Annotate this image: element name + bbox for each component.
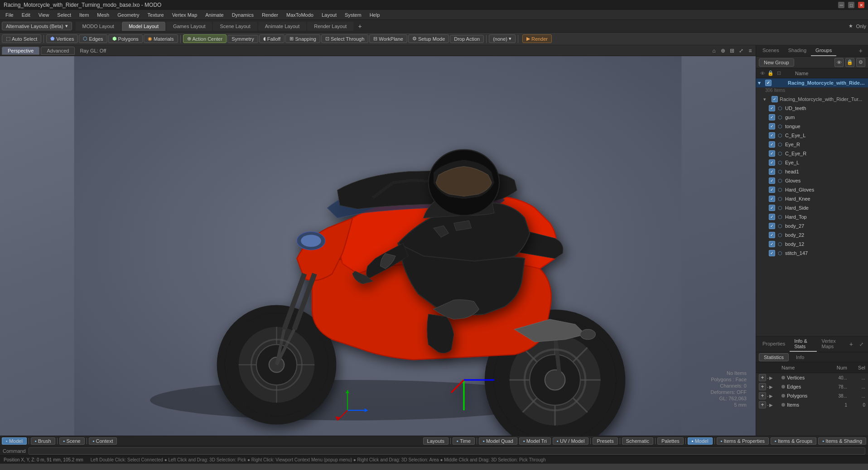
group-item-head1[interactable]: ⬡ head1: [756, 167, 868, 176]
menu-animate[interactable]: Animate: [202, 11, 227, 19]
info-sub-tab[interactable]: Info: [791, 354, 809, 361]
viewport-maximize-icon[interactable]: ⤢: [738, 47, 745, 54]
viewport-options-icon[interactable]: ≡: [747, 47, 754, 54]
menu-select[interactable]: Select: [53, 11, 75, 19]
right-tab-add-button[interactable]: +: [855, 45, 866, 56]
groups-settings-button[interactable]: ⚙: [856, 58, 865, 67]
menu-dynamics[interactable]: Dynamics: [228, 11, 257, 19]
layout-add-button[interactable]: +: [354, 22, 365, 31]
item-vis-ud-teeth[interactable]: [769, 105, 775, 111]
stats-minus-polygons[interactable]: -: [767, 393, 768, 398]
layout-tab-animate[interactable]: Animate Layout: [258, 22, 306, 31]
none-dropdown[interactable]: (none) ▾: [489, 34, 516, 43]
btb-items-shading-button[interactable]: ▪ Items & Shading: [818, 437, 866, 445]
menu-maxtomodo[interactable]: MaxToModo: [283, 11, 317, 19]
btb-scene-button[interactable]: ▪ Scene: [59, 437, 85, 445]
symmetry-button[interactable]: Symmetry: [227, 35, 258, 43]
groups-list[interactable]: ▾ Racing_Motorcycle_with_Rider_... 306 I…: [756, 78, 868, 336]
select-through-button[interactable]: ⊡ Select Through: [321, 34, 368, 43]
group-item-tongue[interactable]: ⬡ tongue: [756, 122, 868, 131]
bottom-tab-add-button[interactable]: +: [846, 339, 857, 350]
viewport-zoom-icon[interactable]: ⊞: [728, 47, 736, 54]
btb-model-button[interactable]: ▪ Model: [2, 437, 27, 445]
item-vis-gloves[interactable]: [769, 177, 775, 184]
snapping-button[interactable]: ⊞ Snapping: [285, 34, 320, 43]
btb-model-tri-button[interactable]: ▪ Model Tri: [519, 437, 551, 445]
btb-brush-button[interactable]: ▪ Brush: [31, 437, 55, 445]
minimize-button[interactable]: ─: [838, 2, 844, 8]
group-root-item[interactable]: ▾ Racing_Motorcycle_with_Rider_...: [756, 78, 868, 87]
menu-mesh[interactable]: Mesh: [93, 11, 113, 19]
vertices-button[interactable]: ⬟ Vertices: [46, 34, 78, 43]
menu-vertex-map[interactable]: Vertex Map: [169, 11, 201, 19]
item-vis-body-22[interactable]: [769, 232, 775, 238]
right-tab-scenes[interactable]: Scenes: [758, 45, 784, 56]
item-vis-hard-gloves[interactable]: [769, 187, 775, 193]
group-item-gum[interactable]: ⬡ gum: [756, 113, 868, 122]
layout-tab-render[interactable]: Render Layout: [307, 22, 353, 31]
group-item-hard-side[interactable]: ⬡ Hard_Side: [756, 203, 868, 212]
btb-schematic-button[interactable]: Schematic: [622, 437, 653, 445]
polygons-button[interactable]: ⬢ Polygons: [108, 34, 143, 43]
item-vis-eye-r[interactable]: [769, 141, 775, 148]
group-vis-checkbox[interactable]: [765, 80, 772, 86]
layout-tab-games[interactable]: Games Layout: [166, 22, 212, 31]
menu-geometry[interactable]: Geometry: [114, 11, 143, 19]
menu-edit[interactable]: Edit: [18, 11, 34, 19]
command-input[interactable]: [29, 447, 865, 455]
btb-presets-button[interactable]: Presets: [593, 437, 617, 445]
menu-render[interactable]: Render: [258, 11, 282, 19]
btb-items-groups-button[interactable]: ▪ Items & Groups: [771, 437, 816, 445]
group-item-eye-l[interactable]: ⬡ Eye_L: [756, 158, 868, 167]
group-item-hard-knee[interactable]: ⬡ Hard_Knee: [756, 194, 868, 203]
maximize-button[interactable]: □: [848, 2, 854, 8]
group-item-gloves[interactable]: ⬡ Gloves: [756, 176, 868, 185]
groups-eye-button[interactable]: 👁: [834, 58, 844, 67]
menu-layout[interactable]: Layout: [318, 11, 340, 19]
group-item-hard-gloves[interactable]: ⬡ Hard_Gloves: [756, 185, 868, 194]
item-vis-body-27[interactable]: [769, 223, 775, 229]
drop-action-button[interactable]: Drop Action: [450, 35, 484, 43]
bottom-tab-info-stats[interactable]: Info & Stats: [790, 336, 817, 352]
render-button[interactable]: ▶ Render: [522, 34, 552, 43]
falloff-button[interactable]: ◖ Falloff: [259, 34, 285, 43]
alt-layouts-button[interactable]: Alternative Layouts (Beta) ▾: [2, 22, 72, 30]
viewport-home-icon[interactable]: ⌂: [710, 47, 718, 54]
btb-context-button[interactable]: ▪ Context: [89, 437, 117, 445]
menu-texture[interactable]: Texture: [144, 11, 168, 19]
stats-add-edges[interactable]: +: [759, 383, 766, 390]
right-tab-shading[interactable]: Shading: [784, 45, 811, 56]
menu-view[interactable]: View: [35, 11, 53, 19]
3d-viewport[interactable]: No Items Polygons : Face Channels: 0 Def…: [0, 56, 756, 436]
stats-add-polygons[interactable]: +: [759, 392, 766, 399]
btb-items-props-button[interactable]: ▪ Items & Properties: [717, 437, 769, 445]
right-tab-groups[interactable]: Groups: [811, 45, 836, 56]
new-group-button[interactable]: New Group: [759, 58, 794, 67]
layout-tab-modo[interactable]: MODO Layout: [76, 22, 121, 31]
stats-add-vertices[interactable]: +: [759, 374, 766, 381]
item-vis-hard-side[interactable]: [769, 205, 775, 211]
group-item-hard-top[interactable]: ⬡ Hard_Top: [756, 212, 868, 221]
menu-item[interactable]: Item: [76, 11, 92, 19]
group-sub-item[interactable]: ▾ Racing_Motorcycle_with_Rider_Tur...: [756, 95, 868, 104]
action-center-button[interactable]: ⊕ Action Center: [183, 34, 227, 43]
viewport-tab-perspective[interactable]: Perspective: [2, 47, 39, 55]
materials-button[interactable]: ◉ Materials: [144, 34, 178, 43]
bottom-expand-button[interactable]: ⤢: [857, 340, 866, 349]
group-item-body-12[interactable]: ⬡ body_12: [756, 240, 868, 249]
bottom-tab-properties[interactable]: Properties: [758, 339, 790, 349]
group-item-c-eye-l[interactable]: ⬡ C_Eye_L: [756, 131, 868, 140]
menu-system[interactable]: System: [341, 11, 365, 19]
menu-help[interactable]: Help: [366, 11, 384, 19]
stats-minus-edges[interactable]: -: [767, 384, 768, 389]
bottom-tab-vertex-maps[interactable]: Vertex Maps: [817, 336, 845, 352]
menu-file[interactable]: File: [2, 11, 17, 19]
viewport-fit-icon[interactable]: ⊕: [719, 47, 727, 54]
viewport-tab-advanced[interactable]: Advanced: [41, 47, 75, 55]
item-vis-head1[interactable]: [769, 168, 775, 175]
group-item-body-27[interactable]: ⬡ body_27: [756, 221, 868, 230]
btb-uv-model-button[interactable]: ▪ UV / Model: [553, 437, 588, 445]
btb-model-quad-button[interactable]: ▪ Model Quad: [479, 437, 517, 445]
btb-palettes-button[interactable]: Palettes: [657, 437, 684, 445]
setup-mode-button[interactable]: ⚙ Setup Mode: [408, 34, 449, 43]
